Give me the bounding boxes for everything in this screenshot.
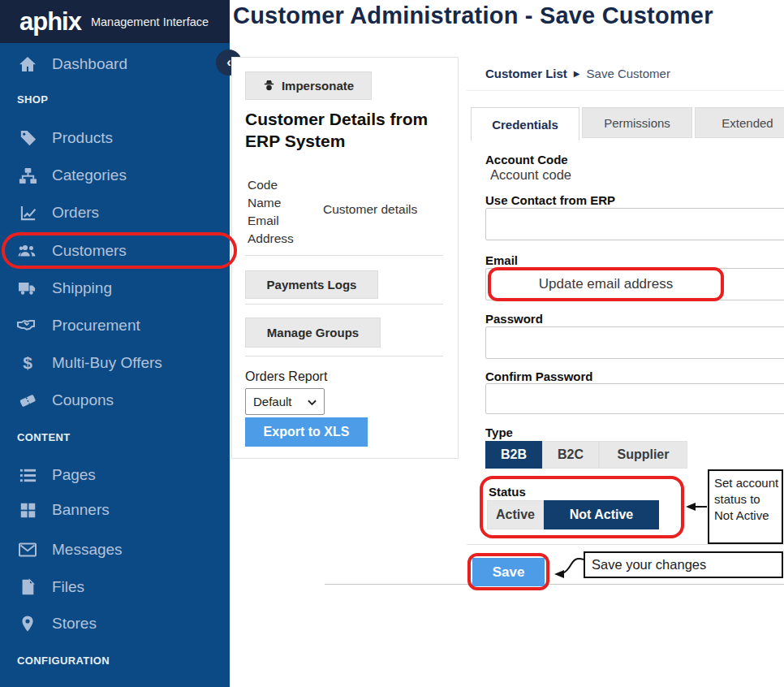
save-button[interactable]: Save [472,558,545,586]
topbar: aphix Management Interface [0,0,230,43]
sidebar-item-label: Banners [52,501,110,519]
export-to-xls-button[interactable]: Export to XLS [245,417,368,447]
sitemap-icon [17,166,38,185]
status-label: Status [489,485,526,499]
sidebar-item-label: Orders [52,204,99,222]
file-icon [17,577,38,597]
sidebar-item-messages[interactable]: Messages [0,533,230,567]
sidebar-item-label: Procurement [52,317,140,335]
dollar-icon: $ [17,353,38,373]
erp-details-heading: Customer Details from ERP System [245,108,436,152]
divider [245,356,443,356]
breadcrumb: Customer List ▶ Save Customer [467,57,784,91]
use-contact-input[interactable] [485,208,784,240]
manage-groups-button[interactable]: Manage Groups [245,318,381,348]
sidebar-item-orders[interactable]: Orders [0,196,230,230]
ticket-icon [17,391,38,410]
type-option-supplier[interactable]: Supplier [599,441,687,469]
payments-logs-button[interactable]: Payments Logs [245,270,378,299]
sidebar-section-configuration: CONFIGURATION [17,655,110,667]
truck-icon [17,279,38,298]
sidebar-item-files[interactable]: Files [0,570,230,604]
chevron-down-icon [308,395,317,408]
orders-report-selected-value: Default [253,395,292,408]
users-icon [17,241,38,261]
tab-extended[interactable]: Extended [695,107,784,138]
account-code-value[interactable] [485,166,607,184]
sidebar-item-shipping[interactable]: Shipping [0,271,230,305]
spy-icon [263,79,275,93]
sidebar-item-label: Stores [52,615,97,633]
password-input[interactable] [485,326,784,359]
status-note-box: Set account status to Not Active [708,469,783,544]
list-icon [17,465,38,485]
sidebar-item-categories[interactable]: Categories [0,158,230,192]
sidebar-item-coupons[interactable]: Coupons [0,383,230,417]
app-window: aphix Management Interface Dashboard SHO… [0,0,784,687]
sidebar-item-label: Pages [52,466,96,484]
erp-details-value: Customer details [323,202,417,217]
sidebar-item-label: Files [52,578,84,596]
sidebar-item-dashboard[interactable]: Dashboard [0,47,230,81]
breadcrumb-separator-icon: ▶ [574,69,580,78]
email-input[interactable] [485,268,784,300]
sidebar-item-label: Dashboard [52,55,127,73]
impersonate-button[interactable]: Impersonate [245,71,372,100]
impersonate-label: Impersonate [282,79,354,93]
sidebar-item-procurement[interactable]: Procurement [0,309,230,343]
page-title: Customer Administration - Save Customer [233,2,713,29]
grid-icon [17,500,38,520]
orders-report-label: Orders Report [245,369,327,384]
sidebar-item-label: Products [52,129,113,147]
account-code-label: Account Code [485,153,568,166]
sidebar-item-banners[interactable]: Banners [0,493,230,527]
erp-field-labels: Code Name Email Address [248,176,294,248]
home-icon [17,54,38,74]
type-option-b2b[interactable]: B2B [485,441,542,469]
sidebar-item-stores[interactable]: Stores [0,607,230,641]
sidebar: aphix Management Interface Dashboard SHO… [0,0,230,687]
status-option-active[interactable]: Active [487,500,544,529]
confirm-password-label: Confirm Password [485,369,593,383]
use-contact-label: Use Contact from ERP [485,193,615,207]
sidebar-item-label: Coupons [52,391,114,409]
sidebar-item-products[interactable]: Products [0,121,230,155]
customer-details-card: Impersonate Customer Details from ERP Sy… [231,57,459,459]
divider [325,584,784,585]
confirm-password-input[interactable] [485,383,784,414]
chevron-left-icon: ‹ [226,54,231,71]
breadcrumb-save-customer: Save Customer [587,67,670,80]
type-label: Type [485,426,513,439]
aphix-logo: aphix [19,9,81,34]
divider [245,255,443,256]
sidebar-item-pages[interactable]: Pages [0,458,230,492]
handshake-icon [17,316,38,335]
divider [245,304,443,305]
sidebar-section-content: CONTENT [17,431,71,443]
sidebar-section-shop: SHOP [17,93,48,106]
type-option-b2c[interactable]: B2C [542,441,599,469]
tag-icon [17,128,38,148]
brand-subtitle: Management Interface [91,15,209,28]
tab-permissions[interactable]: Permissions [582,107,692,138]
orders-report-select[interactable]: Default [245,388,325,415]
save-note-box: Save your changes [584,551,783,578]
sidebar-item-customers[interactable]: Customers [0,234,230,268]
sidebar-item-label: Categories [52,166,127,184]
sidebar-item-label: Multi-Buy Offers [52,354,162,372]
sidebar-item-label: Customers [52,242,127,260]
sidebar-item-label: Shipping [52,279,112,297]
divider [467,544,784,545]
envelope-icon [17,540,38,560]
tab-credentials[interactable]: Credentials [471,107,579,140]
map-marker-icon [17,614,38,633]
password-label: Password [485,312,543,326]
sidebar-item-label: Messages [52,541,123,559]
breadcrumb-customer-list[interactable]: Customer List [485,67,567,80]
email-label: Email [485,253,518,267]
status-option-not-active[interactable]: Not Active [544,500,659,529]
chart-line-icon [17,203,38,223]
sidebar-item-multibuy[interactable]: $ Multi-Buy Offers [0,346,230,380]
